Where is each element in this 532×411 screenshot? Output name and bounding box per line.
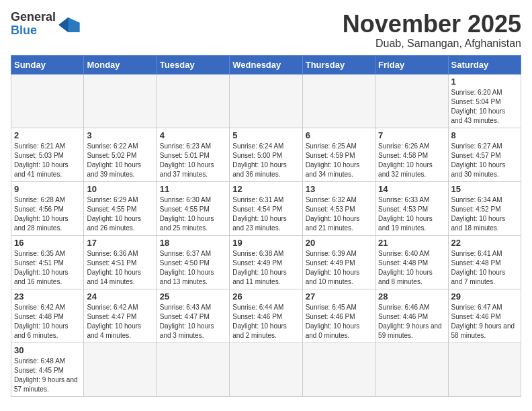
weekday-header-wednesday: Wednesday: [230, 55, 302, 74]
day-info: Sunrise: 6:23 AMSunset: 5:01 PMDaylight:…: [160, 142, 226, 179]
calendar-cell: 18Sunrise: 6:37 AMSunset: 4:50 PMDayligh…: [157, 235, 229, 289]
logo-text: GeneralBlue: [11, 11, 56, 38]
calendar-cell: 19Sunrise: 6:38 AMSunset: 4:49 PMDayligh…: [230, 235, 302, 289]
calendar-cell: [157, 342, 229, 396]
day-info: Sunrise: 6:22 AMSunset: 5:02 PMDaylight:…: [87, 142, 153, 179]
day-number: 20: [306, 238, 372, 248]
day-info: Sunrise: 6:28 AMSunset: 4:56 PMDaylight:…: [14, 195, 81, 233]
calendar-cell: 11Sunrise: 6:30 AMSunset: 4:55 PMDayligh…: [157, 181, 229, 235]
day-number: 5: [232, 130, 299, 140]
week-row-6: 30Sunrise: 6:48 AMSunset: 4:45 PMDayligh…: [11, 342, 521, 396]
day-number: 13: [306, 184, 372, 194]
weekday-header-sunday: Sunday: [11, 55, 84, 74]
day-info: Sunrise: 6:25 AMSunset: 4:59 PMDaylight:…: [306, 142, 372, 179]
calendar-cell: [302, 74, 375, 128]
calendar-cell: 8Sunrise: 6:27 AMSunset: 4:57 PMDaylight…: [448, 128, 521, 181]
calendar-cell: [230, 74, 302, 128]
calendar-cell: 21Sunrise: 6:40 AMSunset: 4:48 PMDayligh…: [375, 235, 448, 289]
calendar-cell: [302, 342, 375, 396]
logo-icon: [58, 17, 80, 32]
calendar-cell: 15Sunrise: 6:34 AMSunset: 4:52 PMDayligh…: [448, 181, 521, 235]
calendar-cell: [375, 342, 448, 396]
calendar-cell: 20Sunrise: 6:39 AMSunset: 4:49 PMDayligh…: [302, 235, 375, 289]
calendar-cell: 9Sunrise: 6:28 AMSunset: 4:56 PMDaylight…: [11, 181, 84, 235]
day-number: 8: [451, 130, 518, 140]
day-number: 3: [87, 130, 153, 140]
calendar-cell: 23Sunrise: 6:42 AMSunset: 4:48 PMDayligh…: [11, 289, 84, 342]
day-number: 24: [87, 291, 153, 302]
calendar-cell: 30Sunrise: 6:48 AMSunset: 4:45 PMDayligh…: [11, 342, 84, 396]
calendar-cell: 4Sunrise: 6:23 AMSunset: 5:01 PMDaylight…: [157, 128, 229, 181]
day-number: 4: [160, 130, 226, 140]
day-number: 26: [232, 291, 299, 302]
calendar-cell: [84, 74, 157, 128]
day-number: 1: [451, 77, 518, 87]
calendar-cell: 29Sunrise: 6:47 AMSunset: 4:46 PMDayligh…: [448, 289, 521, 342]
day-number: 9: [14, 184, 81, 194]
calendar-cell: 16Sunrise: 6:35 AMSunset: 4:51 PMDayligh…: [11, 235, 84, 289]
week-row-2: 2Sunrise: 6:21 AMSunset: 5:03 PMDaylight…: [11, 128, 521, 181]
day-number: 7: [378, 130, 445, 140]
weekday-header-monday: Monday: [84, 55, 157, 74]
day-info: Sunrise: 6:20 AMSunset: 5:04 PMDaylight:…: [451, 88, 518, 126]
week-row-4: 16Sunrise: 6:35 AMSunset: 4:51 PMDayligh…: [11, 235, 521, 289]
calendar-cell: 26Sunrise: 6:44 AMSunset: 4:46 PMDayligh…: [230, 289, 302, 342]
day-info: Sunrise: 6:21 AMSunset: 5:03 PMDaylight:…: [14, 142, 81, 179]
title-area: November 2025 Duab, Samangan, Afghanista…: [343, 11, 521, 50]
day-number: 2: [14, 130, 81, 140]
week-row-5: 23Sunrise: 6:42 AMSunset: 4:48 PMDayligh…: [11, 289, 521, 342]
day-number: 15: [451, 184, 518, 194]
calendar-cell: 7Sunrise: 6:26 AMSunset: 4:58 PMDaylight…: [375, 128, 448, 181]
day-info: Sunrise: 6:35 AMSunset: 4:51 PMDaylight:…: [14, 249, 81, 287]
day-number: 10: [87, 184, 153, 194]
calendar-header: GeneralBlue November 2025 Duab, Samangan…: [11, 11, 521, 50]
weekday-header-friday: Friday: [375, 55, 448, 74]
calendar-cell: 12Sunrise: 6:31 AMSunset: 4:54 PMDayligh…: [230, 181, 302, 235]
location-title: Duab, Samangan, Afghanistan: [343, 38, 521, 50]
day-number: 30: [14, 345, 81, 355]
day-number: 17: [87, 238, 153, 248]
day-number: 19: [232, 238, 299, 248]
weekday-header-saturday: Saturday: [448, 55, 521, 74]
day-info: Sunrise: 6:27 AMSunset: 4:57 PMDaylight:…: [451, 142, 518, 179]
day-info: Sunrise: 6:42 AMSunset: 4:48 PMDaylight:…: [14, 303, 81, 340]
day-info: Sunrise: 6:34 AMSunset: 4:52 PMDaylight:…: [451, 195, 518, 233]
day-info: Sunrise: 6:29 AMSunset: 4:55 PMDaylight:…: [87, 195, 153, 233]
day-info: Sunrise: 6:43 AMSunset: 4:47 PMDaylight:…: [160, 303, 226, 340]
calendar-cell: 10Sunrise: 6:29 AMSunset: 4:55 PMDayligh…: [84, 181, 157, 235]
day-number: 18: [160, 238, 226, 248]
calendar-cell: [157, 74, 229, 128]
day-info: Sunrise: 6:24 AMSunset: 5:00 PMDaylight:…: [232, 142, 299, 179]
day-info: Sunrise: 6:46 AMSunset: 4:46 PMDaylight:…: [378, 303, 445, 340]
day-number: 29: [451, 291, 518, 302]
calendar-cell: [230, 342, 302, 396]
calendar-cell: 27Sunrise: 6:45 AMSunset: 4:46 PMDayligh…: [302, 289, 375, 342]
calendar-cell: [375, 74, 448, 128]
calendar-cell: 1Sunrise: 6:20 AMSunset: 5:04 PMDaylight…: [448, 74, 521, 128]
day-number: 22: [451, 238, 518, 248]
day-info: Sunrise: 6:48 AMSunset: 4:45 PMDaylight:…: [14, 357, 81, 394]
day-number: 25: [160, 291, 226, 302]
svg-marker-1: [58, 17, 68, 32]
month-title: November 2025: [343, 11, 521, 38]
week-row-1: 1Sunrise: 6:20 AMSunset: 5:04 PMDaylight…: [11, 74, 521, 128]
calendar-cell: 28Sunrise: 6:46 AMSunset: 4:46 PMDayligh…: [375, 289, 448, 342]
day-info: Sunrise: 6:36 AMSunset: 4:51 PMDaylight:…: [87, 249, 153, 287]
calendar-cell: 22Sunrise: 6:41 AMSunset: 4:48 PMDayligh…: [448, 235, 521, 289]
weekday-header-tuesday: Tuesday: [157, 55, 229, 74]
day-number: 11: [160, 184, 226, 194]
calendar-cell: 2Sunrise: 6:21 AMSunset: 5:03 PMDaylight…: [11, 128, 84, 181]
week-row-3: 9Sunrise: 6:28 AMSunset: 4:56 PMDaylight…: [11, 181, 521, 235]
day-info: Sunrise: 6:37 AMSunset: 4:50 PMDaylight:…: [160, 249, 226, 287]
day-info: Sunrise: 6:44 AMSunset: 4:46 PMDaylight:…: [232, 303, 299, 340]
day-number: 21: [378, 238, 445, 248]
day-number: 6: [306, 130, 372, 140]
day-info: Sunrise: 6:41 AMSunset: 4:48 PMDaylight:…: [451, 249, 518, 287]
day-info: Sunrise: 6:40 AMSunset: 4:48 PMDaylight:…: [378, 249, 445, 287]
day-number: 28: [378, 291, 445, 302]
calendar-table: SundayMondayTuesdayWednesdayThursdayFrid…: [11, 55, 521, 397]
calendar-cell: 13Sunrise: 6:32 AMSunset: 4:53 PMDayligh…: [302, 181, 375, 235]
day-number: 16: [14, 238, 81, 248]
day-info: Sunrise: 6:38 AMSunset: 4:49 PMDaylight:…: [232, 249, 299, 287]
calendar-cell: 5Sunrise: 6:24 AMSunset: 5:00 PMDaylight…: [230, 128, 302, 181]
